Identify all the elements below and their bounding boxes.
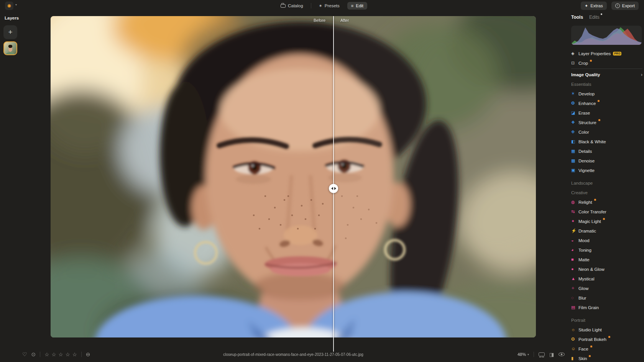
wand-icon: ✶ xyxy=(319,4,322,8)
sidebar-item-image-quality[interactable]: Image Quality› xyxy=(571,70,642,79)
section-label: Portrait xyxy=(571,318,585,323)
mystical-icon: ▲ xyxy=(571,277,578,281)
sidebar-item-neon-and-glow[interactable]: ●Neon & Glow xyxy=(571,264,642,274)
item-label: Vignette xyxy=(578,168,595,173)
divider xyxy=(311,3,311,8)
denoise-icon: ▩ xyxy=(571,159,578,163)
after-side-overlay xyxy=(334,16,536,337)
sliders-icon: ≡ xyxy=(351,4,353,8)
sidebar-item-structure[interactable]: ❖Structure xyxy=(571,118,642,127)
item-label: Mystical xyxy=(578,277,595,281)
view-tabs: Catalog✶Presets≡Edit xyxy=(0,0,644,11)
sidebar-item-develop[interactable]: ☀Develop xyxy=(571,89,642,98)
sidebar-item-mood[interactable]: ◒Mood xyxy=(571,236,642,245)
sidebar-item-portrait-bokeh[interactable]: ✪Portrait Bokeh xyxy=(571,334,642,344)
compare-split-icon[interactable]: ◨ xyxy=(549,352,554,357)
edited-dot xyxy=(603,218,605,220)
film-grain-icon: ▤ xyxy=(571,305,578,310)
folder-icon xyxy=(281,4,286,8)
after-label: After xyxy=(340,18,349,23)
sidebar-item-studio-light[interactable]: ☼Studio Light xyxy=(571,325,642,334)
develop-icon: ☀ xyxy=(571,92,578,96)
sidebar-item-blur[interactable]: ◌Blur xyxy=(571,293,642,303)
bottom-bar: ♡ ⊙ ☆☆☆☆☆ ⊖ closeup-portrait-of-mixed-ra… xyxy=(0,347,644,362)
sidebar-item-magic-light[interactable]: ✦Magic Light xyxy=(571,216,642,226)
star-icon-1[interactable]: ☆ xyxy=(44,351,49,357)
sidebar-item-color-transfer[interactable]: ⇆Color Transfer xyxy=(571,207,642,216)
item-label: Crop xyxy=(578,61,588,66)
sidebar-item-matte[interactable]: ■Matte xyxy=(571,255,642,264)
sidebar-item-denoise[interactable]: ▩Denoise xyxy=(571,156,642,165)
edits-notification-dot xyxy=(601,13,602,15)
studio-light-icon: ☼ xyxy=(571,328,578,332)
sidebar-item-color[interactable]: ❉Color xyxy=(571,127,642,137)
export-icon: ↑ xyxy=(615,3,620,8)
item-label: Glow xyxy=(578,286,588,291)
histogram xyxy=(571,26,642,45)
sidebar-item-enhance[interactable]: ❂Enhance xyxy=(571,98,642,108)
item-label: Neon & Glow xyxy=(578,267,605,272)
export-button[interactable]: ↑ Export xyxy=(611,2,639,10)
item-label: Develop xyxy=(578,92,595,96)
before-label: Before xyxy=(314,18,325,23)
slider-arrow-right-icon xyxy=(334,187,336,190)
glow-icon: ✧ xyxy=(571,286,578,290)
magic-light-icon: ✦ xyxy=(571,219,578,223)
sidebar-item-layer-properties[interactable]: ◈Layer PropertiesPRO xyxy=(571,49,642,58)
topbar-actions: ✦ Extras ↑ Export xyxy=(581,2,639,10)
tools-sidebar: Tools Edits ◈Layer PropertiesPRO⊡CropIma… xyxy=(571,15,642,362)
extras-button[interactable]: ✦ Extras xyxy=(581,2,607,10)
shortcuts-keyboard-icon[interactable] xyxy=(539,352,545,356)
sidebar-item-film-grain[interactable]: ▤Film Grain xyxy=(571,303,642,312)
sidebar-item-crop[interactable]: ⊡Crop xyxy=(571,58,642,68)
toning-icon: ◕ xyxy=(571,248,578,252)
divider xyxy=(40,352,40,357)
layer-thumbnail-selected[interactable] xyxy=(3,41,17,55)
chevron-right-icon: › xyxy=(641,72,642,77)
item-label: Magic Light xyxy=(578,219,601,224)
erase-icon: ◪ xyxy=(571,111,578,115)
show-original-eye-icon[interactable] xyxy=(559,352,565,356)
extras-label: Extras xyxy=(590,3,603,8)
sidebar-item-relight[interactable]: ◍Relight xyxy=(571,197,642,207)
export-label: Export xyxy=(622,3,635,8)
favorite-heart-icon[interactable]: ♡ xyxy=(22,352,27,357)
sidebar-item-details[interactable]: ▦Details xyxy=(571,146,642,156)
section-header-essentials: Essentials xyxy=(571,79,642,89)
tab-edits[interactable]: Edits xyxy=(589,15,600,20)
sidebar-item-mystical[interactable]: ▲Mystical xyxy=(571,274,642,283)
sidebar-item-dramatic[interactable]: ⚡Dramatic xyxy=(571,226,642,236)
sidebar-item-black-and-white[interactable]: ◧Black & White xyxy=(571,137,642,146)
enhance-icon: ❂ xyxy=(571,101,578,105)
tab-catalog[interactable]: Catalog xyxy=(277,2,307,10)
relight-icon: ◍ xyxy=(571,200,578,204)
sidebar-item-glow[interactable]: ✧Glow xyxy=(571,283,642,293)
item-label: Mood xyxy=(578,238,590,243)
divider xyxy=(534,352,534,357)
dramatic-icon: ⚡ xyxy=(571,229,578,233)
tab-label: Catalog xyxy=(288,3,303,8)
section-label: Creative xyxy=(571,190,588,195)
zoom-level-dropdown[interactable]: 48% ▾ xyxy=(518,352,529,357)
details-icon: ▦ xyxy=(571,149,578,153)
chevron-down-icon: ▾ xyxy=(527,353,529,356)
sidebar-item-toning[interactable]: ◕Toning xyxy=(571,245,642,255)
item-label: Dramatic xyxy=(578,229,596,233)
tab-label: Edit xyxy=(356,3,363,8)
tab-presets[interactable]: ✶Presets xyxy=(315,2,343,10)
sidebar-item-vignette[interactable]: ▣Vignette xyxy=(571,165,642,175)
before-after-slider-handle[interactable] xyxy=(329,184,338,193)
top-bar: ✺ ▾ Catalog✶Presets≡Edit ✦ Extras ↑ Expo… xyxy=(0,0,644,11)
tab-edit[interactable]: ≡Edit xyxy=(347,2,367,10)
item-label: Film Grain xyxy=(578,305,599,310)
layers-panel-title: Layers xyxy=(5,16,19,20)
picked-flag-icon[interactable]: ⊙ xyxy=(31,352,36,357)
sidebar-item-erase[interactable]: ◪Erase xyxy=(571,108,642,118)
add-layer-button[interactable]: + xyxy=(3,25,17,39)
slider-arrow-left-icon xyxy=(331,187,333,190)
item-label: Image Quality xyxy=(571,72,600,77)
edited-dot xyxy=(590,60,592,62)
tab-tools[interactable]: Tools xyxy=(571,15,583,20)
sparkle-icon: ✦ xyxy=(585,3,588,8)
image-canvas[interactable]: Before After xyxy=(51,16,536,337)
